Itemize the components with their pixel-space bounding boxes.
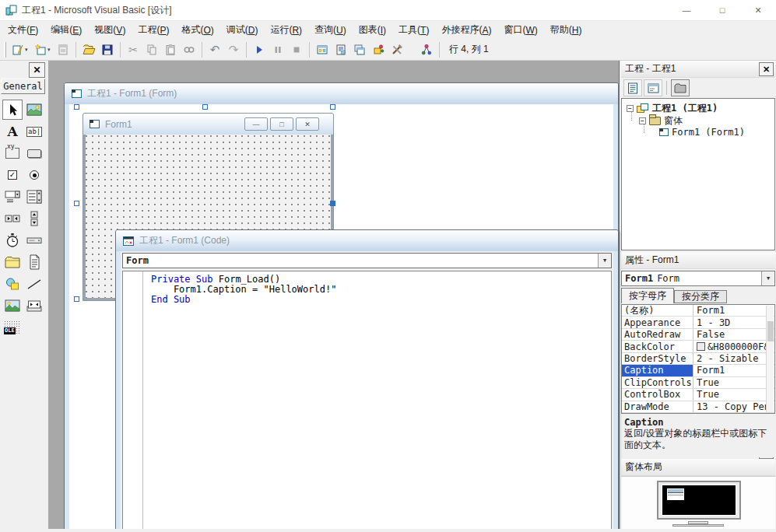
mini-form-preview[interactable] [667,488,684,500]
project-explorer-button[interactable] [313,40,332,59]
tree-node-project[interactable]: − 工程1 (工程1) [627,102,718,115]
frame-tool-icon[interactable]: xy [2,143,23,163]
data-tool-icon[interactable] [24,296,44,316]
paste-button[interactable] [161,40,180,59]
tree-node-forms-folder[interactable]: − 窗体 [639,114,683,128]
commandbutton-tool-icon[interactable] [24,143,44,163]
form1-minimize-button[interactable]: — [244,117,268,131]
menu-view[interactable]: 视图(V) [88,22,132,39]
shape-tool-icon[interactable] [2,274,23,294]
menu-run[interactable]: 运行(R) [264,22,308,39]
end-button[interactable] [287,40,306,59]
toolbox-button[interactable] [388,40,406,59]
object-selector-dropdown-icon[interactable]: ▼ [598,254,611,268]
view-object-button[interactable] [644,79,662,96]
resize-handle-middle-left[interactable] [74,201,79,206]
ole-tool-icon[interactable]: OLE [2,317,23,338]
menu-debug[interactable]: 调试(D) [220,22,265,39]
tab-alphabetic[interactable]: 按字母序 [621,288,674,303]
toolbar-grip[interactable] [4,42,6,58]
timer-tool-icon[interactable] [2,230,23,250]
object-selector-combobox[interactable]: Form ▼ [122,253,612,268]
form1-titlebar[interactable]: Form1 — □ ✕ [83,114,333,135]
optionbutton-tool-icon[interactable] [24,165,44,185]
save-button[interactable] [98,40,117,59]
project-tree[interactable]: − 工程1 (工程1) − 窗体 Form1 (Form1) [621,98,775,250]
view-code-button[interactable] [623,79,642,96]
tree-node-form1[interactable]: Form1 (Form1) [659,127,745,138]
toggle-folders-button[interactable] [671,79,690,96]
project-explorer-close-icon[interactable]: ✕ [759,62,774,76]
menu-addins[interactable]: 外接程序(A) [435,22,497,39]
maximize-button[interactable]: □ [704,0,740,20]
close-button[interactable]: ✕ [740,0,776,20]
redo-button[interactable]: ↷ [224,40,243,59]
filelistbox-tool-icon[interactable] [24,252,44,272]
app-titlebar[interactable]: 工程1 - Microsoft Visual Basic [设计] — □ ✕ [0,0,776,20]
menu-diagram[interactable]: 图表(I) [353,22,392,39]
find-button[interactable] [180,40,198,59]
code-editor[interactable]: Private Sub Form_Load() Form1.Caption = … [122,271,612,530]
tab-categorized[interactable]: 按分类序 [674,290,727,303]
properties-window-button[interactable] [332,40,350,59]
pointer-tool-icon[interactable] [2,100,23,120]
form1-maximize-button[interactable]: □ [270,117,293,131]
start-button[interactable] [250,40,269,59]
property-grid[interactable]: (名称)Form1 Appearance1 - 3D AutoRedrawFal… [621,304,775,414]
scrollbar-thumb[interactable] [767,321,774,341]
property-grid-scrollbar[interactable] [766,306,774,412]
open-project-button[interactable] [79,40,98,59]
form-designer-titlebar[interactable]: 工程1 - Form1 (Form) [65,83,618,104]
code-window-titlebar[interactable]: 工程1 - Form1 (Code) [116,230,618,251]
properties-object-combobox[interactable]: Form1 Form ▼ [621,271,775,286]
menu-window[interactable]: 窗口(W) [497,22,543,39]
menu-file[interactable]: 文件(F) [2,22,44,39]
hscrollbar-tool-icon[interactable] [2,208,23,229]
resize-handle-bottom-left[interactable] [74,296,79,302]
resize-handle-top-center[interactable] [202,104,208,110]
copy-button[interactable] [142,40,161,59]
data-view-button[interactable] [417,40,436,59]
code-margin-bar[interactable] [123,271,143,529]
toolbox-tab-general[interactable]: General [1,79,45,94]
checkbox-tool-icon[interactable]: ✓ [2,165,23,185]
menu-edit[interactable]: 编辑(E) [44,22,88,39]
line-tool-icon[interactable] [24,274,44,294]
listbox-tool-icon[interactable] [24,187,44,207]
collapse-icon[interactable]: − [627,105,634,112]
collapse-icon[interactable]: − [639,117,646,124]
menu-project[interactable]: 工程(P) [132,22,175,39]
cut-button[interactable]: ✂ [124,40,142,59]
properties-dropdown-icon[interactable]: ▼ [761,271,774,285]
monitor-graphic[interactable] [657,481,741,520]
object-browser-button[interactable] [369,40,388,59]
picturebox-tool-icon[interactable] [24,100,44,120]
vscrollbar-tool-icon[interactable] [24,208,44,229]
new-project-dropdown-icon[interactable]: ▾ [25,47,31,53]
menu-editor-button[interactable] [54,40,72,59]
menu-format[interactable]: 格式(O) [175,22,219,39]
form-layout-header[interactable]: 窗体布局 ✕ [621,459,775,476]
label-tool-icon[interactable]: A [2,121,23,142]
undo-button[interactable]: ↶ [205,40,224,59]
toolbox-close-button[interactable]: ✕ [29,62,45,78]
properties-header[interactable]: 属性 - Form1 ✕ [621,252,775,269]
minimize-button[interactable]: — [669,0,704,20]
resize-handle-top-right[interactable] [330,104,335,110]
dirlistbox-tool-icon[interactable] [2,252,23,272]
drivelistbox-tool-icon[interactable] [24,230,44,250]
menu-tools[interactable]: 工具(T) [392,22,435,39]
form1-close-button[interactable]: ✕ [296,117,319,131]
combobox-tool-icon[interactable] [2,187,23,207]
image-tool-icon[interactable] [2,296,23,316]
resize-handle-top-left[interactable] [74,104,79,110]
menu-query[interactable]: 查询(U) [308,22,353,39]
add-form-dropdown-icon[interactable]: ▾ [47,47,54,53]
menu-help[interactable]: 帮助(H) [544,22,588,39]
resize-handle-middle-right[interactable] [330,201,335,206]
textbox-tool-icon[interactable]: ab| [24,121,44,142]
code-text[interactable]: Private Sub Form_Load() Form1.Caption = … [151,275,336,305]
project-explorer-header[interactable]: 工程 - 工程1 ✕ [621,61,775,78]
break-button[interactable] [269,40,287,59]
form-layout-button[interactable] [350,40,369,59]
